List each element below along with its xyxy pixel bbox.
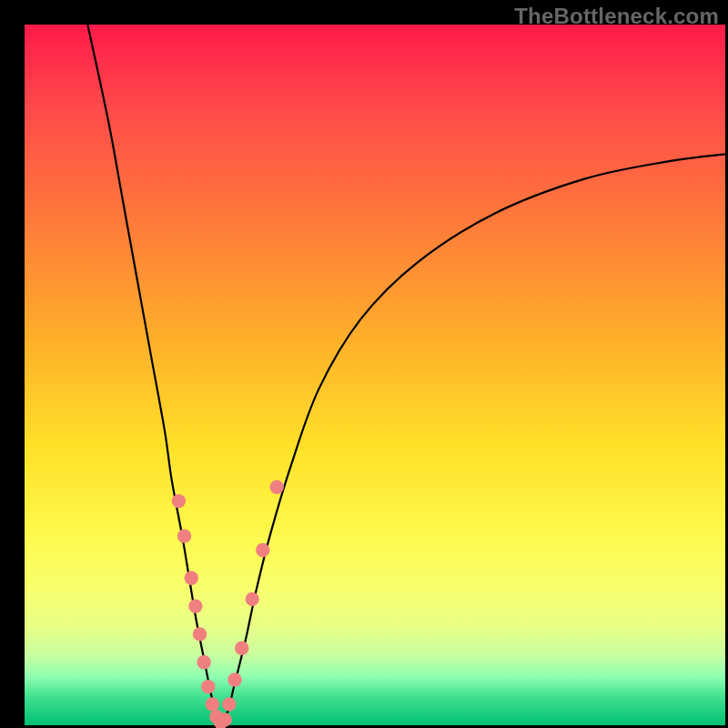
chart-svg xyxy=(25,25,725,725)
highlight-dot xyxy=(193,627,207,641)
highlight-dot xyxy=(206,697,219,711)
highlight-dot xyxy=(218,713,232,726)
watermark-text: TheBottleneck.com xyxy=(514,4,719,29)
highlight-dot xyxy=(256,543,269,557)
highlight-dot xyxy=(228,672,241,686)
highlight-dot xyxy=(222,697,236,711)
plot-area xyxy=(25,25,725,725)
highlight-dot xyxy=(172,494,186,508)
left-curve xyxy=(87,25,220,725)
highlight-dot xyxy=(235,642,248,655)
highlight-dots xyxy=(172,480,284,729)
highlight-dot xyxy=(177,529,191,542)
chart-frame: TheBottleneck.com xyxy=(0,0,728,728)
highlight-dot xyxy=(185,571,198,585)
highlight-dot xyxy=(201,680,215,693)
highlight-dot xyxy=(270,480,284,494)
right-curve xyxy=(221,154,725,725)
highlight-dot xyxy=(246,592,259,606)
highlight-dot xyxy=(188,599,202,612)
highlight-dot xyxy=(197,655,210,669)
